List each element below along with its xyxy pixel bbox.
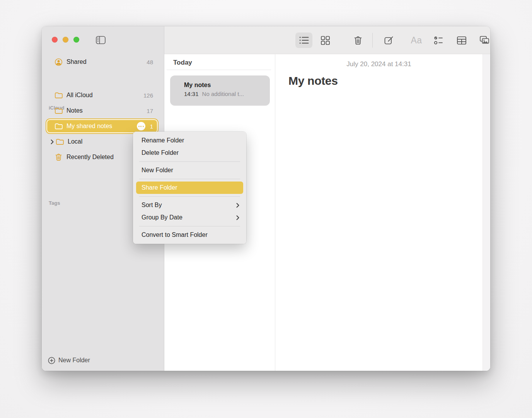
sidebar-item-shared[interactable]: Shared 48 [46,55,158,69]
menu-separator [139,179,240,179]
menu-item-convert-smart-folder[interactable]: Convert to Smart Folder [133,229,246,241]
folder-icon [54,92,63,99]
notes-app-window: Shared 48 iCloud All iCloud 126 Notes 17 [42,26,490,371]
menu-item-delete-folder[interactable]: Delete Folder [133,147,246,159]
note-preview: No additional t... [202,91,244,97]
format-text-button[interactable]: Aa [408,33,425,48]
checklist-button[interactable] [430,33,447,48]
new-folder-label: New Folder [58,357,90,364]
editor-scrollbar-track[interactable] [483,54,490,371]
sidebar-item-label: Shared [66,58,147,65]
close-button[interactable] [52,37,58,43]
disclosure-chevron-icon[interactable] [49,139,55,144]
sidebar-item-label: All iCloud [66,92,143,99]
note-list-item[interactable]: My notes 14:31 No additional t... [170,75,270,106]
note-count: 1 [150,123,153,130]
submenu-chevron-icon [236,215,239,220]
menu-item-new-folder[interactable]: New Folder [133,164,246,176]
folder-icon [54,108,63,114]
section-header-tags: Tags [49,200,60,206]
note-editor-title: My notes [288,74,338,87]
sidebar-item-label: My shared notes [66,123,137,130]
toggle-sidebar-icon[interactable] [95,35,106,45]
minimize-button[interactable] [63,37,68,43]
menu-separator [139,196,240,197]
list-view-button[interactable] [295,33,312,48]
folder-context-menu: Rename Folder Delete Folder New Folder S… [133,132,246,244]
format-text-label: Aa [411,35,422,46]
sidebar-item-all-icloud[interactable]: All iCloud 126 [46,88,158,102]
trash-icon [54,153,63,161]
toolbar: Aa [164,26,490,54]
menu-item-rename-folder[interactable]: Rename Folder [133,134,246,147]
table-button[interactable] [453,33,470,48]
note-title: My notes [184,82,266,89]
sidebar-item-my-shared-notes[interactable]: My shared notes 1 [46,119,158,133]
new-folder-button[interactable]: New Folder [48,355,90,366]
media-button[interactable] [476,33,490,48]
note-count: 126 [143,92,153,99]
note-timestamp: July 20, 2024 at 14:31 [275,60,483,68]
note-count: 48 [147,59,153,65]
menu-separator [139,226,240,226]
note-time: 14:31 [184,91,199,97]
folder-icon [54,123,63,130]
compose-note-button[interactable] [380,33,397,48]
note-count: 17 [147,108,153,114]
shared-people-icon [54,58,63,66]
note-list-divider [167,70,271,70]
folder-more-options-icon[interactable] [137,122,145,130]
menu-item-share-folder[interactable]: Share Folder [136,182,243,194]
menu-item-sort-by[interactable]: Sort By [133,199,246,211]
note-list-section-header: Today [173,59,192,67]
gallery-view-button[interactable] [317,33,334,48]
sidebar-item-notes[interactable]: Notes 17 [46,104,158,118]
folder-icon [55,139,64,145]
window-controls [52,37,79,43]
note-editor[interactable]: July 20, 2024 at 14:31 My notes [275,54,483,371]
delete-note-button[interactable] [350,33,367,48]
menu-separator [139,161,240,162]
plus-circle-icon [48,357,55,364]
menu-item-group-by-date[interactable]: Group By Date [133,211,246,224]
zoom-button[interactable] [73,37,79,43]
toolbar-divider [372,33,373,48]
submenu-chevron-icon [236,203,239,208]
sidebar-item-label: Notes [66,107,147,114]
